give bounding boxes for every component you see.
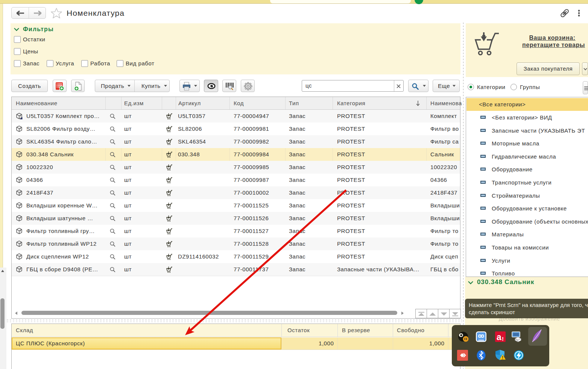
svg-text:a: a	[497, 332, 501, 342]
svg-text:!: !	[502, 336, 504, 342]
